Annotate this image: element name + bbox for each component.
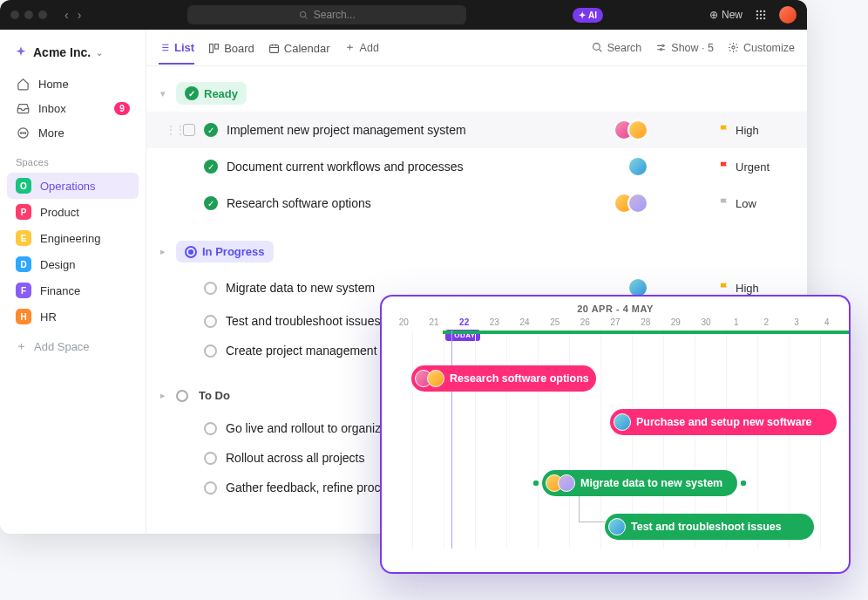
space-icon: O — [16, 178, 31, 194]
global-search[interactable]: Search... — [187, 5, 466, 24]
gantt-day[interactable]: 20 — [389, 317, 419, 327]
sidebar-nav-more[interactable]: More — [7, 120, 139, 145]
view-tab-label: Board — [224, 42, 254, 55]
gear-icon — [728, 42, 739, 53]
priority[interactable]: Urgent — [718, 160, 797, 174]
drag-handle-icon[interactable]: ⋮⋮ — [166, 124, 174, 136]
svg-point-13 — [24, 132, 25, 133]
sidebar-space-design[interactable]: DDesign — [7, 251, 139, 277]
resize-handle[interactable] — [533, 481, 539, 486]
gantt-day[interactable]: 2 — [751, 317, 782, 327]
gantt-day[interactable]: 28 — [630, 317, 661, 327]
plus-icon: ＋ — [344, 40, 356, 55]
show-button[interactable]: Show · 5 — [655, 42, 714, 54]
sidebar-nav-home[interactable]: Home — [7, 72, 139, 96]
sidebar-space-engineering[interactable]: EEngineering — [7, 225, 139, 251]
user-avatar[interactable] — [779, 6, 797, 24]
sidebar-item-label: Product — [40, 206, 79, 219]
sidebar-space-operations[interactable]: OOperations — [7, 173, 139, 199]
gantt-progress-line — [443, 331, 849, 334]
group-header-inprog[interactable]: ▸In Progress — [146, 234, 807, 269]
svg-point-6 — [763, 14, 765, 16]
priority[interactable]: High — [718, 282, 797, 295]
workspace-switcher[interactable]: Acme Inc. ⌄ — [7, 40, 139, 65]
gantt-day[interactable]: 23 — [479, 317, 510, 327]
gantt-bar[interactable]: Purchase and setup new software — [610, 409, 837, 435]
gantt-day[interactable]: 30 — [691, 317, 722, 327]
chevron-icon: ▾ — [157, 88, 169, 99]
view-tab-label: List — [174, 41, 194, 54]
gantt-day[interactable]: 27 — [600, 317, 631, 327]
svg-rect-16 — [269, 45, 278, 53]
search-icon — [299, 10, 309, 20]
gantt-day[interactable]: 26 — [570, 317, 600, 327]
sidebar-item-label: Operations — [40, 180, 96, 193]
gantt-day[interactable]: 1 — [721, 317, 751, 327]
svg-point-18 — [662, 44, 664, 46]
svg-rect-15 — [215, 44, 219, 49]
sidebar-space-hr[interactable]: HHR — [7, 303, 139, 330]
spaces-heading: Spaces — [7, 147, 139, 171]
plus-circle-icon: ⊕ — [709, 9, 718, 21]
flag-icon — [718, 160, 730, 173]
back-icon[interactable]: ‹ — [64, 8, 69, 22]
ai-button[interactable]: ✦ AI — [573, 8, 603, 23]
assignees[interactable] — [627, 156, 648, 177]
open-circle-icon — [204, 481, 217, 494]
sidebar-nav-inbox[interactable]: Inbox9 — [7, 96, 139, 120]
progress-icon — [185, 246, 197, 258]
resize-handle[interactable] — [741, 481, 746, 486]
open-circle-icon — [176, 390, 188, 402]
new-button[interactable]: ⊕ New — [709, 9, 743, 21]
assignees[interactable] — [614, 193, 648, 214]
task-row[interactable]: ✓Document current workflows and processe… — [146, 148, 807, 185]
avatar — [558, 474, 575, 492]
group-header-ready[interactable]: ▾✓Ready — [146, 75, 807, 112]
add-view-button[interactable]: ＋ Add — [344, 40, 379, 55]
gantt-day[interactable]: 4 — [811, 317, 842, 327]
avatar — [627, 156, 648, 177]
gantt-bar[interactable]: Research software options — [411, 365, 596, 392]
task-name: Migrate data to new system — [226, 281, 619, 295]
gantt-bar[interactable]: Test and troubleshoot issues — [605, 514, 814, 540]
more-icon — [16, 126, 30, 140]
gantt-day[interactable]: 22 — [449, 317, 479, 327]
avatar — [614, 413, 631, 431]
sidebar-space-product[interactable]: PProduct — [7, 199, 139, 225]
flag-icon — [718, 197, 730, 209]
gantt-day[interactable]: 3 — [782, 317, 812, 327]
view-tab-calendar[interactable]: Calendar — [268, 42, 330, 64]
view-tab-list[interactable]: List — [159, 41, 194, 65]
search-button[interactable]: Search — [592, 42, 642, 54]
forward-icon[interactable]: › — [78, 8, 82, 22]
assignees[interactable] — [614, 119, 648, 140]
add-space-button[interactable]: ＋ Add Space — [7, 331, 139, 361]
sidebar-item-label: Engineering — [40, 232, 100, 245]
view-tab-board[interactable]: Board — [208, 42, 254, 64]
priority-label: Low — [736, 197, 756, 210]
nav-arrows[interactable]: ‹ › — [64, 8, 81, 22]
sidebar-space-finance[interactable]: FFinance — [7, 277, 139, 303]
gantt-day[interactable]: 25 — [539, 317, 570, 327]
checkbox[interactable] — [183, 124, 195, 136]
svg-point-20 — [732, 46, 735, 49]
svg-point-8 — [760, 17, 762, 19]
priority[interactable]: Low — [718, 197, 797, 210]
sidebar: Acme Inc. ⌄ HomeInbox9More Spaces OOpera… — [0, 30, 146, 534]
customize-button[interactable]: Customize — [728, 42, 795, 54]
gantt-day[interactable]: 21 — [419, 317, 450, 327]
svg-point-5 — [760, 14, 762, 16]
task-row[interactable]: ⋮⋮✓Implement new project management syst… — [146, 112, 807, 148]
gantt-bar[interactable]: Migrate data to new system — [542, 470, 737, 496]
apps-grid-icon[interactable] — [755, 9, 767, 21]
gantt-day[interactable]: 24 — [510, 317, 540, 327]
gantt-body[interactable]: Research software optionsPurchase and se… — [382, 331, 849, 549]
chevron-icon: ▸ — [157, 246, 169, 257]
avatar — [627, 193, 648, 214]
view-tab-label: Calendar — [284, 42, 330, 55]
gantt-day[interactable]: 29 — [661, 317, 691, 327]
window-controls[interactable] — [10, 10, 47, 19]
svg-point-17 — [593, 44, 600, 51]
priority[interactable]: High — [718, 124, 797, 137]
task-row[interactable]: ✓Research software optionsLow — [146, 185, 807, 222]
